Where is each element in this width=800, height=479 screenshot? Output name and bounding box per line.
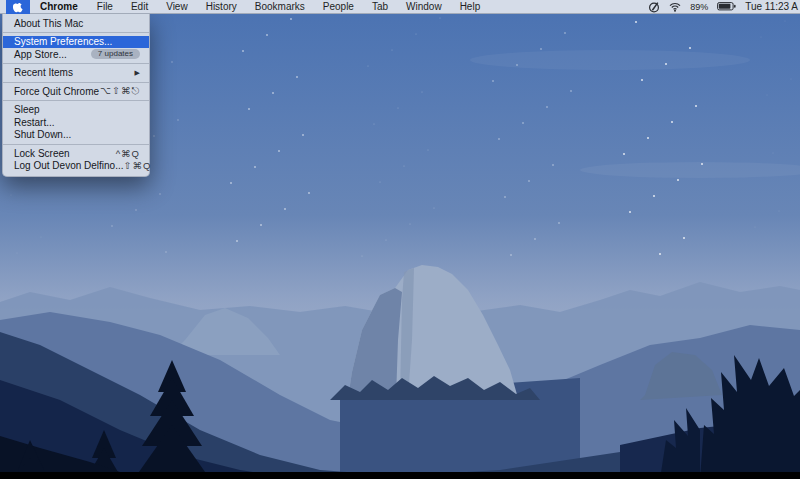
menu-separator <box>3 82 149 83</box>
menu-item-sleep[interactable]: Sleep <box>3 104 149 117</box>
battery-icon[interactable] <box>717 2 736 11</box>
menubar-item-edit[interactable]: Edit <box>122 1 157 12</box>
menubar-item-window[interactable]: Window <box>397 1 451 12</box>
menu-item-log-out[interactable]: Log Out Devon Delfino... ⇧⌘Q <box>3 160 149 173</box>
menubar-item-help[interactable]: Help <box>451 1 490 12</box>
updates-badge: 7 updates <box>91 49 140 59</box>
menu-item-shut-down[interactable]: Shut Down... <box>3 129 149 142</box>
menubar-item-people[interactable]: People <box>314 1 363 12</box>
menu-separator <box>3 32 149 33</box>
menu-separator <box>3 144 149 145</box>
menu-separator <box>3 63 149 64</box>
menu-item-restart[interactable]: Restart... <box>3 116 149 129</box>
menu-bar: Chrome File Edit View History Bookmarks … <box>0 0 800 14</box>
menu-item-recent-items[interactable]: Recent Items ▶ <box>3 67 149 80</box>
menu-item-force-quit-chrome[interactable]: Force Quit Chrome ⌥⇧⌘⎋ <box>3 85 149 98</box>
pencil-circle-icon[interactable] <box>648 1 660 13</box>
menu-item-app-store[interactable]: App Store... 7 updates <box>3 48 149 61</box>
menu-item-about-this-mac[interactable]: About This Mac <box>3 17 149 30</box>
desktop: Chrome File Edit View History Bookmarks … <box>0 0 800 479</box>
menubar-status-area: 89% Tue 11:23 A <box>648 1 800 13</box>
shortcut-force-quit: ⌥⇧⌘⎋ <box>100 85 140 97</box>
battery-percent: 89% <box>690 2 708 12</box>
menubar-app-name[interactable]: Chrome <box>30 1 88 12</box>
menu-separator <box>3 100 149 101</box>
menu-item-lock-screen[interactable]: Lock Screen ^⌘Q <box>3 147 149 160</box>
shortcut-log-out: ⇧⌘Q <box>124 160 152 171</box>
menubar-item-tab[interactable]: Tab <box>363 1 397 12</box>
shortcut-lock-screen: ^⌘Q <box>116 148 140 159</box>
menu-item-system-preferences[interactable]: System Preferences... <box>3 36 149 49</box>
apple-logo-icon <box>13 1 24 13</box>
submenu-arrow-icon: ▶ <box>135 69 140 77</box>
menubar-clock[interactable]: Tue 11:23 A <box>745 1 798 12</box>
apple-menu-button[interactable] <box>6 0 30 14</box>
menubar-item-bookmarks[interactable]: Bookmarks <box>246 1 314 12</box>
menubar-item-view[interactable]: View <box>157 1 197 12</box>
menubar-item-history[interactable]: History <box>197 1 246 12</box>
wifi-icon[interactable] <box>669 2 681 12</box>
apple-menu-dropdown: About This Mac System Preferences... App… <box>2 14 150 177</box>
menubar-item-file[interactable]: File <box>88 1 122 12</box>
